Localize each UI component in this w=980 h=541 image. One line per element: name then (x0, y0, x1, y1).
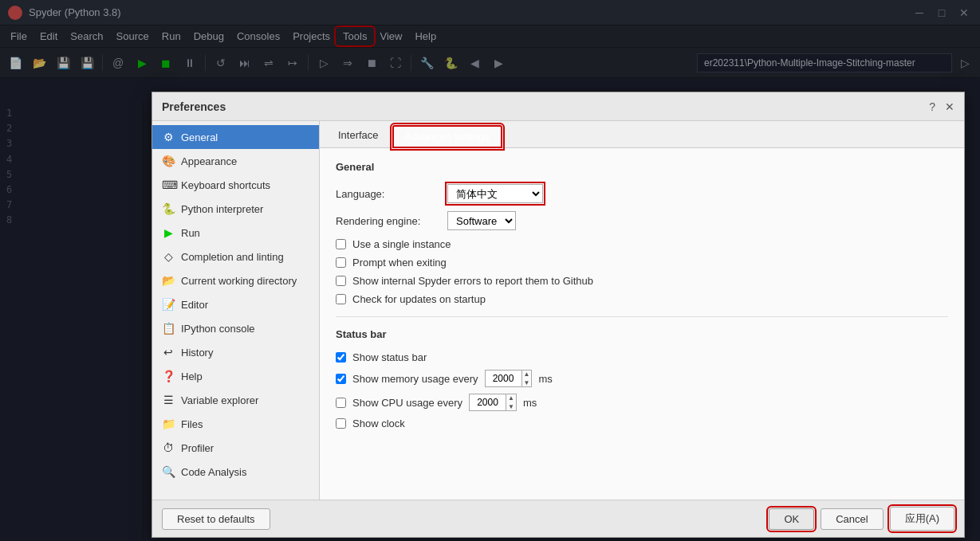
varexplorer-icon: ☰ (162, 394, 175, 406)
keyboard-icon: ⌨ (162, 178, 175, 191)
cancel-button[interactable]: Cancel (821, 508, 883, 530)
nav-ipython[interactable]: 📋 IPython console (152, 316, 319, 340)
prompt-exit-checkbox[interactable] (336, 257, 346, 268)
tab-interface[interactable]: Interface (326, 124, 391, 147)
help-icon: ❓ (162, 370, 175, 382)
nav-codeanalysis-label: Code Analysis (181, 466, 246, 478)
ipython-icon: 📋 (162, 322, 175, 335)
nav-general-label: General (181, 131, 218, 143)
memory-spin-down[interactable]: ▼ (522, 378, 532, 387)
nav-help[interactable]: ❓ Help (152, 364, 319, 388)
nav-codeanalysis[interactable]: 🔍 Code Analysis (152, 460, 319, 484)
nav-varexplorer[interactable]: ☰ Variable explorer (152, 388, 319, 412)
run-icon: ▶ (162, 226, 175, 239)
section-divider-1 (336, 316, 948, 317)
check-updates-checkbox[interactable] (336, 294, 346, 304)
checkbox-check-updates: Check for updates on startup (336, 293, 948, 305)
folder-icon: 📂 (162, 274, 175, 287)
cpu-spin-up[interactable]: ▲ (506, 394, 516, 402)
nav-python-label: Python interpreter (181, 203, 263, 215)
cpu-spinbox[interactable] (470, 395, 506, 410)
show-clock-label: Show clock (352, 418, 405, 429)
nav-profiler-label: Profiler (181, 442, 214, 454)
dialog-close-button[interactable]: ✕ (945, 100, 954, 113)
editor-icon: 📝 (162, 298, 175, 311)
checkbox-single-instance: Use a single instance (336, 238, 948, 250)
codeanalysis-icon: 🔍 (162, 465, 175, 478)
content-scroll[interactable]: General Language: 简体中文 English Español F… (320, 148, 964, 500)
show-errors-checkbox[interactable] (336, 276, 346, 286)
prompt-exit-label: Prompt when exiting (352, 257, 447, 269)
nav-completion-label: Completion and linting (181, 251, 284, 263)
memory-spin-up[interactable]: ▲ (522, 370, 532, 378)
single-instance-checkbox[interactable] (336, 239, 346, 249)
show-cpu-label: Show CPU usage every (352, 397, 462, 409)
cpu-spin-down[interactable]: ▼ (506, 402, 516, 411)
nav-history-label: History (181, 347, 213, 359)
files-icon: 📁 (162, 418, 175, 430)
reset-defaults-button[interactable]: Reset to defaults (162, 508, 270, 530)
nav-completion[interactable]: ◇ Completion and linting (152, 245, 319, 269)
nav-keyboard-label: Keyboard shortcuts (181, 179, 270, 191)
dialog-help-button[interactable]: ? (929, 100, 935, 113)
preferences-dialog: Preferences ? ✕ ⚙ General 🎨 Appearance ⌨… (152, 92, 965, 538)
dialog-footer: Reset to defaults OK Cancel 应用(A) (152, 500, 964, 537)
dialog-content: Interface Advanced settings General Lang… (320, 121, 964, 500)
python-nav-icon: 🐍 (162, 202, 175, 215)
memory-spinbox-wrapper: ▲ ▼ (485, 370, 533, 387)
profiler-icon: ⏱ (162, 441, 175, 454)
rendering-select[interactable]: Software OpenGL (447, 211, 516, 230)
language-label: Language: (336, 188, 439, 200)
apply-button[interactable]: 应用(A) (890, 507, 954, 531)
language-row: Language: 简体中文 English Español Français … (336, 184, 948, 203)
memory-unit: ms (538, 373, 552, 385)
show-memory-checkbox[interactable] (336, 374, 346, 384)
content-tabs: Interface Advanced settings (320, 121, 964, 148)
checkbox-show-statusbar: Show status bar (336, 351, 948, 363)
show-cpu-checkbox[interactable] (336, 398, 346, 408)
cpu-usage-row: Show CPU usage every ▲ ▼ ms (336, 394, 948, 411)
nav-run-label: Run (181, 227, 200, 239)
nav-python[interactable]: 🐍 Python interpreter (152, 197, 319, 221)
tab-advanced-label: Advanced settings (405, 131, 490, 143)
ok-button[interactable]: OK (769, 508, 814, 530)
nav-history[interactable]: ↩ History (152, 340, 319, 364)
cpu-spinbox-arrows: ▲ ▼ (506, 394, 516, 411)
tab-advanced[interactable]: Advanced settings (392, 125, 502, 148)
check-updates-label: Check for updates on startup (352, 293, 486, 305)
nav-general[interactable]: ⚙ General (152, 125, 319, 149)
show-memory-label: Show memory usage every (352, 373, 478, 385)
nav-varexplorer-label: Variable explorer (181, 394, 258, 406)
memory-usage-row: Show memory usage every ▲ ▼ ms (336, 370, 948, 387)
single-instance-label: Use a single instance (352, 238, 451, 250)
checkbox-show-clock: Show clock (336, 418, 948, 429)
nav-keyboard[interactable]: ⌨ Keyboard shortcuts (152, 173, 319, 197)
show-statusbar-checkbox[interactable] (336, 352, 346, 363)
nav-appearance[interactable]: 🎨 Appearance (152, 149, 319, 173)
nav-cwd[interactable]: 📂 Current working directory (152, 269, 319, 292)
memory-spinbox[interactable] (486, 371, 521, 386)
language-select[interactable]: 简体中文 English Español Français 日本語 (447, 184, 543, 203)
nav-files-label: Files (181, 418, 203, 430)
nav-run[interactable]: ▶ Run (152, 221, 319, 245)
completion-icon: ◇ (162, 250, 175, 263)
checkbox-prompt-exit: Prompt when exiting (336, 257, 948, 269)
cpu-unit: ms (523, 397, 537, 409)
nav-files[interactable]: 📁 Files (152, 412, 319, 436)
dialog-nav: ⚙ General 🎨 Appearance ⌨ Keyboard shortc… (152, 121, 320, 500)
rendering-row: Rendering engine: Software OpenGL (336, 211, 948, 230)
footer-right-buttons: OK Cancel 应用(A) (769, 507, 954, 531)
nav-ipython-label: IPython console (181, 323, 255, 335)
nav-cwd-label: Current working directory (181, 275, 297, 287)
nav-profiler[interactable]: ⏱ Profiler (152, 436, 319, 460)
nav-editor-label: Editor (181, 299, 208, 311)
gear-icon: ⚙ (162, 131, 175, 143)
show-statusbar-label: Show status bar (352, 351, 427, 363)
show-clock-checkbox[interactable] (336, 418, 346, 429)
nav-help-label: Help (181, 370, 203, 382)
cpu-spinbox-wrapper: ▲ ▼ (469, 394, 517, 411)
show-errors-label: Show internal Spyder errors to report th… (352, 275, 593, 287)
nav-editor[interactable]: 📝 Editor (152, 292, 319, 316)
nav-appearance-label: Appearance (181, 155, 237, 167)
dialog-title-bar: Preferences ? ✕ (152, 92, 964, 121)
